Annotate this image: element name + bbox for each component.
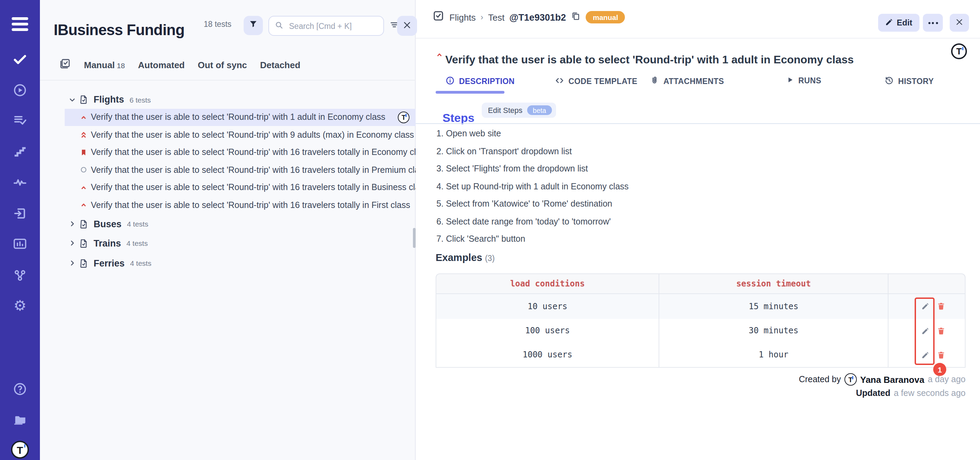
folder-count: 4 tests <box>130 259 151 267</box>
tab-label: ATTACHMENTS <box>663 77 724 85</box>
tab-detached[interactable]: Detached <box>260 60 301 70</box>
table-row: 100 users 30 minutes <box>436 318 966 343</box>
test-id[interactable]: @T1e9301b2 <box>509 12 566 22</box>
stairs-icon <box>13 144 27 159</box>
help-nav-item[interactable] <box>0 382 40 397</box>
assignee-avatar: T <box>398 112 409 123</box>
edit-button-label: Edit <box>897 18 912 27</box>
tab-attachments[interactable]: ATTACHMENTS <box>650 76 724 87</box>
test-row[interactable]: Verify that the user is able to select '… <box>40 196 416 214</box>
test-title: Verify that the user is able to select '… <box>91 200 416 210</box>
edit-button[interactable]: Edit <box>878 14 919 32</box>
priority-high-icon <box>436 49 443 61</box>
copy-icon[interactable] <box>571 11 581 24</box>
divider <box>40 80 416 81</box>
detail-header: Flights › Test @T1e9301b2 manual Edit <box>416 0 980 38</box>
close-detail-button[interactable] <box>950 14 969 32</box>
test-row-selected[interactable]: Verify that the user is able to select '… <box>65 109 416 126</box>
folder-name: Buses <box>94 219 121 229</box>
test-row[interactable]: Verify that the user is able to select '… <box>40 126 416 144</box>
priority-normal-icon <box>80 166 88 174</box>
select-tests-icon[interactable] <box>59 58 71 72</box>
examples-table: load conditions session timeout 10 users… <box>436 273 966 367</box>
folder-row-buses[interactable]: Buses 4 tests <box>40 215 416 232</box>
table-row: 1000 users 1 hour <box>436 343 966 367</box>
active-tab-underline <box>436 91 504 93</box>
tab-out-of-sync[interactable]: Out of sync <box>198 60 247 70</box>
breadcrumb: Flights › Test @T1e9301b2 manual <box>432 10 625 25</box>
edit-steps-button[interactable]: Edit Steps beta <box>482 102 556 118</box>
test-title-heading: Verify that the user is able to select '… <box>445 54 854 67</box>
test-row[interactable]: Verify that the user is able to select '… <box>40 179 416 196</box>
tests-nav-item[interactable] <box>0 52 40 67</box>
status-badge: manual <box>586 11 625 23</box>
edit-row-icon[interactable] <box>921 350 930 359</box>
projects-nav-item[interactable] <box>0 412 40 427</box>
divider <box>416 123 980 124</box>
step-item: Select date range from 'today' to 'tomor… <box>446 213 629 231</box>
folder-count: 4 tests <box>127 239 148 247</box>
funnel-icon <box>248 19 258 32</box>
breadcrumb-folder[interactable]: Flights <box>449 12 476 22</box>
creator-avatar: T <box>845 373 857 386</box>
scrollbar-thumb[interactable] <box>413 228 416 248</box>
history-clock-icon <box>885 76 894 87</box>
delete-row-icon[interactable] <box>937 302 946 311</box>
folder-row-flights[interactable]: Flights 6 tests <box>40 91 416 108</box>
paperclip-icon <box>650 76 659 87</box>
gear-icon: ⚙ <box>13 299 27 313</box>
close-panel-button[interactable] <box>397 16 417 36</box>
import-nav-item[interactable] <box>0 206 40 221</box>
folder-row-ferries[interactable]: Ferries 4 tests <box>40 254 416 272</box>
question-circle-icon <box>13 382 27 397</box>
test-row[interactable]: Verify that the user is able to select '… <box>40 144 416 161</box>
cell: 15 minutes <box>659 294 888 318</box>
test-row[interactable]: Verify that the user is able to select '… <box>40 161 416 179</box>
tab-label: RUNS <box>798 77 821 85</box>
delete-row-icon[interactable] <box>937 326 946 335</box>
column-header: session timeout <box>659 273 888 294</box>
folder-row-trains[interactable]: Trains 4 tests <box>40 235 416 252</box>
test-title: Verify that the user is able to select '… <box>91 148 416 157</box>
tab-history[interactable]: HISTORY <box>885 76 934 87</box>
created-label: Created by <box>799 375 841 384</box>
reports-nav-item[interactable] <box>0 236 40 251</box>
edit-row-icon[interactable] <box>921 302 930 311</box>
pencil-icon <box>885 18 893 28</box>
cell: 10 users <box>436 294 659 318</box>
edit-row-icon[interactable] <box>921 326 930 335</box>
user-avatar-item[interactable]: T <box>0 441 40 458</box>
delete-row-icon[interactable] <box>937 350 946 359</box>
analytics-nav-item[interactable] <box>0 175 40 190</box>
cell: 30 minutes <box>659 318 888 343</box>
hamburger-menu-icon[interactable] <box>12 17 28 34</box>
filter-button[interactable] <box>243 16 263 35</box>
chevron-right-icon <box>69 220 76 227</box>
tab-description[interactable]: DESCRIPTION <box>445 76 515 87</box>
test-plans-nav-item[interactable] <box>0 113 40 128</box>
chevron-right-icon <box>69 240 76 246</box>
search-icon <box>275 20 283 32</box>
list-check-icon <box>13 113 27 128</box>
priority-high-icon <box>80 184 88 192</box>
search-input[interactable] <box>288 21 378 30</box>
steps-list: Open web site Click on 'Transport' dropd… <box>434 125 629 248</box>
chevron-down-icon <box>69 96 76 103</box>
step-item: Click on 'Transport' dropdown list <box>446 143 629 160</box>
tab-runs[interactable]: RUNS <box>786 76 821 85</box>
more-options-button[interactable] <box>923 14 943 32</box>
tab-manual[interactable]: Manual18 <box>84 60 125 70</box>
tab-automated[interactable]: Automated <box>138 60 185 70</box>
play-icon <box>786 76 794 85</box>
settings-nav-item[interactable]: ⚙ <box>0 299 40 313</box>
runs-nav-item[interactable] <box>0 83 40 98</box>
folder-icon <box>13 412 27 427</box>
tab-code-template[interactable]: CODE TEMPLATE <box>555 76 637 87</box>
suite-doc-icon <box>78 258 89 268</box>
branches-nav-item[interactable] <box>0 268 40 283</box>
code-icon <box>555 76 564 87</box>
step-item: Select 'Flights' from the dropdown list <box>446 160 629 178</box>
steps-nav-item[interactable] <box>0 144 40 159</box>
beta-badge: beta <box>527 105 552 115</box>
breadcrumb-separator: › <box>481 13 484 22</box>
